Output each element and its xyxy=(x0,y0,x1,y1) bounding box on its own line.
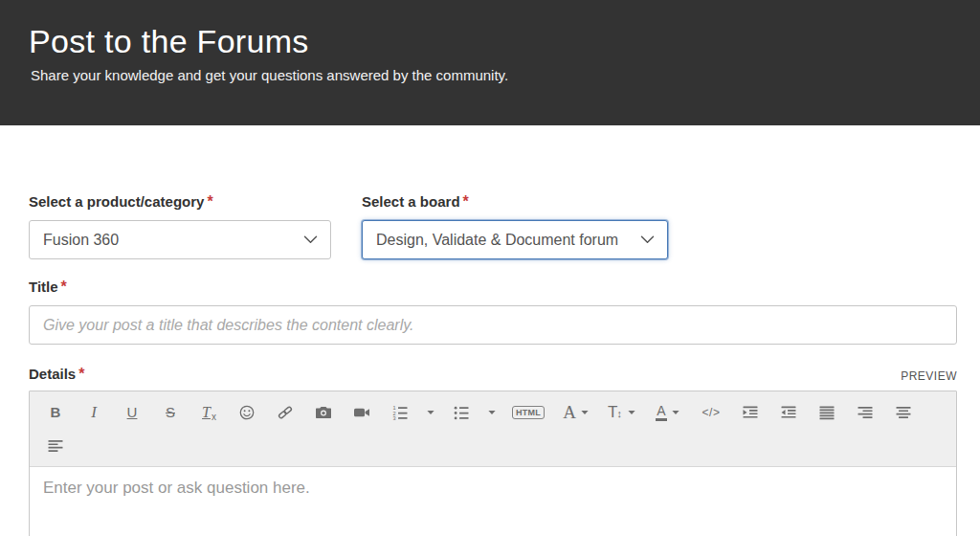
rich-text-editor: BIUSTx123HTMLAT↕A</> Enter your post or … xyxy=(29,391,957,536)
page-title: Post to the Forums xyxy=(29,23,951,60)
required-asterisk: * xyxy=(78,366,84,382)
title-field: Title* xyxy=(29,278,957,345)
html-source-icon[interactable]: HTML xyxy=(503,395,553,429)
strikethrough-icon[interactable]: S xyxy=(151,395,189,429)
editor-content[interactable]: Enter your post or ask question here. xyxy=(30,467,956,536)
details-label: Details xyxy=(29,366,76,382)
preview-button[interactable]: PREVIEW xyxy=(901,369,957,383)
editor-toolbar: BIUSTx123HTMLAT↕A</> xyxy=(30,391,956,467)
align-center-icon[interactable] xyxy=(884,395,923,429)
svg-text:3: 3 xyxy=(393,415,396,421)
align-left-icon[interactable] xyxy=(36,429,75,462)
font-color-icon[interactable]: A xyxy=(645,395,691,429)
italic-icon[interactable]: I xyxy=(75,395,113,429)
underline-icon[interactable]: U xyxy=(113,395,151,429)
numbered-list-icon[interactable]: 123 xyxy=(381,395,419,429)
product-label: Select a product/category xyxy=(29,193,204,210)
justify-icon[interactable] xyxy=(808,395,846,429)
board-select-value: Design, Validate & Document forum xyxy=(376,232,618,249)
details-header: Details* PREVIEW xyxy=(29,365,957,383)
outdent-icon[interactable] xyxy=(769,395,808,429)
product-select-value: Fusion 360 xyxy=(43,232,119,249)
product-select[interactable]: Fusion 360 xyxy=(29,220,331,259)
details-label-wrap: Details* xyxy=(29,365,84,383)
required-asterisk: * xyxy=(207,193,212,210)
required-asterisk: * xyxy=(61,279,67,295)
chevron-down-icon xyxy=(303,235,318,244)
bold-icon[interactable]: B xyxy=(36,395,75,429)
bullet-list-caret-icon[interactable] xyxy=(480,395,503,429)
font-size-icon[interactable]: T↕ xyxy=(599,395,645,429)
post-form: Select a product/category* Fusion 360 Se… xyxy=(0,125,980,536)
board-label: Select a board xyxy=(362,193,460,210)
link-icon[interactable] xyxy=(266,395,304,429)
board-field: Select a board* Design, Validate & Docum… xyxy=(362,192,668,259)
emoji-icon[interactable] xyxy=(228,395,266,429)
bullet-list-icon[interactable] xyxy=(442,395,480,429)
video-icon[interactable] xyxy=(343,395,381,429)
selects-row: Select a product/category* Fusion 360 Se… xyxy=(29,192,957,259)
numbered-list-caret-icon[interactable] xyxy=(419,395,442,429)
board-select[interactable]: Design, Validate & Document forum xyxy=(362,220,668,259)
product-field: Select a product/category* Fusion 360 xyxy=(29,192,331,259)
align-right-icon[interactable] xyxy=(846,395,884,429)
title-label: Title xyxy=(29,279,58,295)
page-header: Post to the Forums Share your knowledge … xyxy=(0,0,980,125)
chevron-down-icon xyxy=(640,235,655,244)
code-sample-icon[interactable]: </> xyxy=(691,395,731,429)
page-subtitle: Share your knowledge and get your questi… xyxy=(31,67,951,83)
indent-icon[interactable] xyxy=(731,395,769,429)
photo-icon[interactable] xyxy=(304,395,343,429)
font-family-icon[interactable]: A xyxy=(553,395,599,429)
required-asterisk: * xyxy=(463,193,469,210)
clear-formatting-icon[interactable]: Tx xyxy=(189,395,228,429)
title-input[interactable] xyxy=(29,305,957,345)
